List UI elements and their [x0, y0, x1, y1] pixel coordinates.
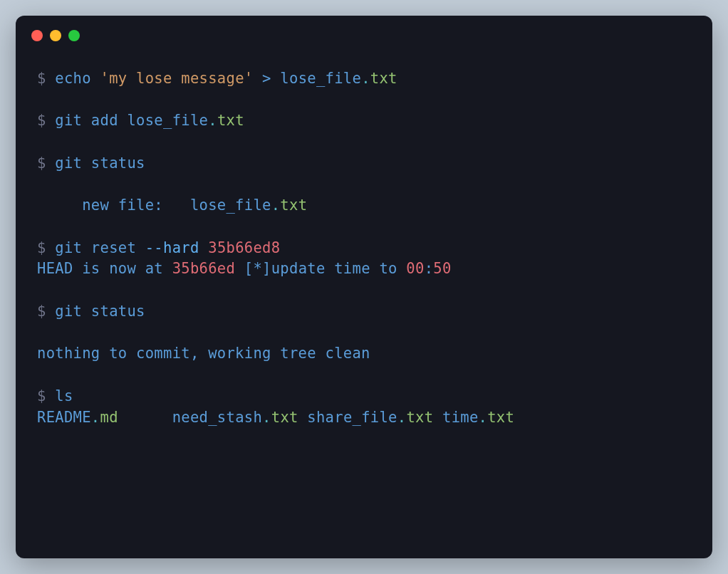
terminal-line — [37, 90, 691, 111]
terminal-line — [37, 216, 691, 238]
file-ext: md — [100, 409, 118, 426]
terminal-line: HEAD is now at 35b66ed [*]update time to… — [37, 259, 691, 280]
filename: share_file — [298, 409, 397, 426]
dot: . — [271, 197, 281, 214]
file-ext: txt — [487, 409, 514, 426]
terminal-line: $ git reset --hard 35b66ed8 — [37, 238, 691, 259]
terminal-line: $ git status — [37, 301, 691, 323]
output-text: [*]update time to — [235, 260, 406, 277]
terminal-window: $ echo 'my lose message' > lose_file.txt… — [16, 16, 712, 558]
filename: time — [433, 409, 478, 426]
output-text: new file: lose_file — [37, 197, 271, 214]
terminal-line: README.md need_stash.txt share_file.txt … — [37, 407, 691, 429]
dot: . — [91, 409, 100, 426]
terminal-line — [37, 323, 691, 344]
terminal-line: $ git add lose_file.txt — [37, 110, 691, 132]
dot: . — [361, 70, 370, 87]
file-ext: txt — [370, 70, 397, 87]
command-text: git status — [46, 303, 145, 320]
terminal-line: nothing to commit, working tree clean — [37, 343, 691, 365]
terminal-line: $ echo 'my lose message' > lose_file.txt — [37, 68, 691, 90]
prompt-symbol: $ — [37, 155, 46, 172]
file-ext: txt — [280, 197, 307, 214]
command-text: > lose_file — [253, 70, 361, 87]
window-titlebar — [16, 16, 712, 47]
filename: need_stash — [118, 409, 262, 426]
dot: . — [208, 112, 217, 129]
terminal-line — [37, 174, 691, 196]
file-ext: txt — [406, 409, 433, 426]
output-text: HEAD is now at — [37, 260, 172, 277]
output-text: nothing to commit, working tree clean — [37, 345, 370, 362]
prompt-symbol: $ — [37, 112, 46, 129]
prompt-symbol: $ — [37, 303, 46, 320]
prompt-symbol: $ — [37, 70, 46, 87]
number-text: 00 — [406, 260, 424, 277]
terminal-line: new file: lose_file.txt — [37, 195, 691, 216]
file-ext: txt — [217, 112, 244, 129]
filename: README — [37, 409, 91, 426]
number-text: 50 — [433, 260, 451, 277]
command-text: git status — [46, 155, 145, 172]
minimize-icon[interactable] — [50, 30, 61, 41]
terminal-content[interactable]: $ echo 'my lose message' > lose_file.txt… — [16, 47, 712, 449]
file-ext: txt — [271, 409, 298, 426]
command-text: git add lose_file — [46, 112, 209, 129]
command-text: git reset — [46, 239, 145, 256]
prompt-symbol: $ — [37, 387, 46, 405]
dot: . — [479, 409, 488, 426]
terminal-line: $ ls — [37, 386, 691, 407]
flag-text: --hard — [145, 239, 199, 256]
terminal-line — [37, 280, 691, 301]
space — [199, 239, 209, 256]
terminal-line — [37, 365, 691, 386]
prompt-symbol: $ — [37, 239, 46, 256]
hash-text: 35b66ed8 — [208, 239, 280, 256]
command-text: ls — [46, 387, 73, 405]
string-literal: 'my lose message' — [100, 70, 254, 87]
close-icon[interactable] — [31, 30, 43, 41]
terminal-line: $ git status — [37, 153, 691, 174]
colon: : — [425, 260, 434, 277]
hash-text: 35b66ed — [172, 260, 236, 277]
dot: . — [397, 409, 407, 426]
dot: . — [262, 409, 271, 426]
command-text: echo — [46, 70, 100, 87]
maximize-icon[interactable] — [68, 30, 80, 41]
terminal-line — [37, 132, 691, 153]
